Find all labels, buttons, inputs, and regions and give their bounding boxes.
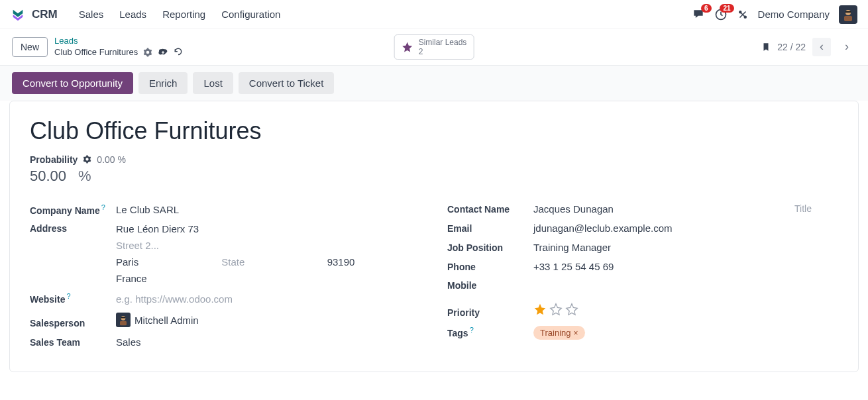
activities-badge: 21: [720, 4, 733, 13]
percent-symbol: %: [78, 168, 91, 185]
website-label: Website?: [30, 292, 116, 305]
breadcrumb: Leads Club Office Furnitures: [54, 36, 183, 58]
country-field[interactable]: France: [116, 273, 421, 284]
street2-field[interactable]: Street 2...: [116, 240, 421, 251]
breadcrumb-parent[interactable]: Leads: [54, 36, 183, 47]
nav-sales[interactable]: Sales: [71, 9, 112, 20]
new-button[interactable]: New: [12, 37, 48, 57]
pager-next-button[interactable]: ›: [838, 38, 856, 56]
salesperson-label: Salesperson: [30, 318, 116, 328]
star-icon[interactable]: [565, 303, 578, 316]
svg-rect-10: [121, 317, 126, 319]
company-name-field[interactable]: Le Club SARL: [116, 204, 421, 215]
tag-remove-icon[interactable]: ×: [573, 328, 578, 338]
title-field[interactable]: Title: [794, 203, 812, 214]
svg-rect-6: [845, 11, 851, 13]
salesperson-avatar-icon: [116, 313, 131, 327]
city-field[interactable]: Paris: [116, 256, 209, 268]
star-icon[interactable]: [533, 303, 547, 316]
svg-rect-9: [120, 321, 127, 326]
convert-ticket-button[interactable]: Convert to Ticket: [239, 72, 335, 94]
tags-label: Tags?: [447, 326, 533, 338]
bookmark-icon[interactable]: [761, 41, 771, 53]
pager-prev-button[interactable]: ‹: [812, 38, 831, 56]
app-name[interactable]: CRM: [32, 8, 58, 21]
user-avatar[interactable]: [839, 5, 857, 24]
street-field[interactable]: Rue Léon Dierx 73: [116, 223, 421, 234]
nav-leads[interactable]: Leads: [111, 9, 154, 20]
email-label: Email: [447, 223, 533, 234]
similar-leads-label: Similar Leads: [419, 38, 467, 47]
probability-auto: 0.00 %: [97, 154, 126, 165]
sales-team-field[interactable]: Sales: [116, 336, 421, 348]
left-column: Company Name? Le Club SARL Address Rue L…: [30, 203, 421, 356]
messages-icon[interactable]: 6: [692, 8, 705, 21]
zip-field[interactable]: 93190: [327, 256, 421, 268]
email-field[interactable]: jdunagan@leclub.example.com: [533, 223, 838, 234]
mobile-label: Mobile: [447, 280, 533, 291]
tag-training[interactable]: Training ×: [533, 326, 585, 340]
right-column: Contact Name Jacques Dunagan Title Email…: [447, 203, 838, 356]
app-logo-icon[interactable]: [11, 7, 25, 22]
nav-reporting[interactable]: Reporting: [154, 9, 213, 20]
salesperson-field[interactable]: Mitchell Admin: [116, 313, 421, 327]
priority-field[interactable]: [533, 303, 838, 316]
nav-configuration[interactable]: Configuration: [213, 9, 288, 20]
form-sheet: Club Office Furnitures Probability 0.00 …: [9, 101, 859, 372]
enrich-button[interactable]: Enrich: [138, 72, 188, 94]
job-position-label: Job Position: [447, 242, 533, 253]
top-nav: CRM Sales Leads Reporting Configuration …: [0, 0, 868, 29]
address-label: Address: [30, 223, 116, 234]
svg-point-2: [744, 16, 746, 18]
breadcrumb-current: Club Office Furnitures: [54, 47, 138, 58]
cloud-upload-icon[interactable]: [158, 48, 168, 57]
messages-badge: 6: [701, 4, 712, 13]
similar-leads-count: 2: [419, 47, 467, 56]
activities-icon[interactable]: 21: [714, 8, 728, 21]
action-bar: New Leads Club Office Furnitures Similar…: [0, 29, 868, 66]
convert-opportunity-button[interactable]: Convert to Opportunity: [12, 72, 133, 94]
star-icon: [402, 41, 413, 53]
job-position-field[interactable]: Training Manager: [533, 242, 838, 253]
company-selector[interactable]: Demo Company: [758, 9, 830, 20]
pager-count[interactable]: 22 / 22: [777, 42, 806, 52]
phone-field[interactable]: +33 1 25 54 45 69: [533, 261, 838, 272]
company-name-label: Company Name?: [30, 203, 116, 216]
lead-title[interactable]: Club Office Furnitures: [30, 117, 838, 145]
status-button-row: Convert to Opportunity Enrich Lost Conve…: [0, 66, 868, 101]
probability-value[interactable]: 50.00: [30, 168, 66, 185]
probability-label: Probability: [30, 154, 78, 165]
undo-icon[interactable]: [174, 48, 183, 57]
contact-name-field[interactable]: Jacques Dunagan: [533, 203, 838, 215]
website-field[interactable]: e.g. https://www.odoo.com: [116, 293, 421, 305]
lost-button[interactable]: Lost: [193, 72, 233, 94]
gear-icon[interactable]: [143, 48, 152, 57]
svg-rect-5: [844, 16, 852, 21]
contact-name-label: Contact Name: [447, 204, 533, 215]
star-icon[interactable]: [549, 303, 563, 316]
svg-point-1: [739, 11, 741, 13]
state-field[interactable]: State: [221, 256, 315, 268]
sales-team-label: Sales Team: [30, 337, 116, 348]
gear-icon[interactable]: [83, 155, 91, 164]
phone-label: Phone: [447, 262, 533, 272]
tools-icon[interactable]: [737, 9, 749, 21]
priority-label: Priority: [447, 307, 533, 318]
similar-leads-button[interactable]: Similar Leads 2: [394, 34, 474, 60]
